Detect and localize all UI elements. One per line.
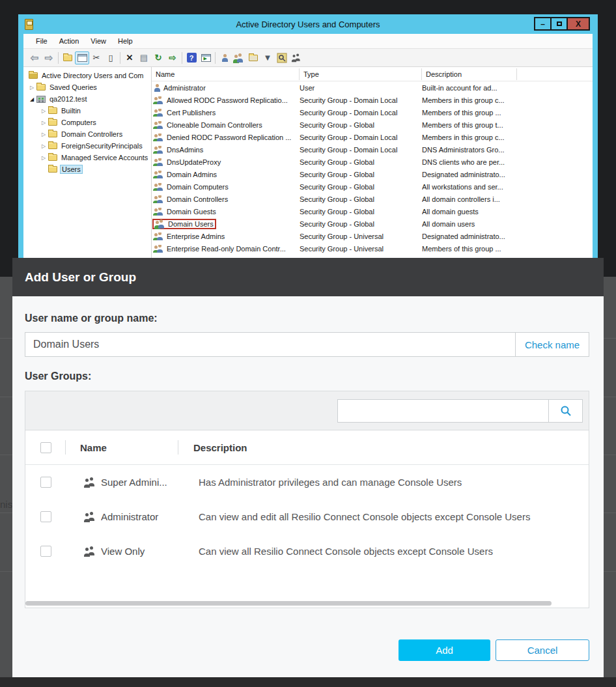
menu-help[interactable]: Help bbox=[112, 37, 139, 45]
tree-item-managed-service-accounts[interactable]: ▷ Managed Service Accounts bbox=[23, 152, 151, 163]
new-user-icon[interactable] bbox=[217, 51, 232, 64]
back-icon[interactable]: ⇦ bbox=[27, 51, 42, 64]
table-row[interactable]: Allowed RODC Password Replicatio... Secu… bbox=[152, 94, 593, 106]
group-glyph bbox=[292, 54, 301, 61]
tree-item-saved-queries[interactable]: ▷ Saved Queries bbox=[23, 81, 151, 93]
tree-item-builtin[interactable]: ▷ Builtin bbox=[23, 105, 151, 117]
group-icon bbox=[154, 183, 164, 191]
console-tree-pane: Active Directory Users and Com ▷ Saved Q… bbox=[23, 67, 152, 261]
select-all-checkbox[interactable] bbox=[40, 442, 51, 453]
folder-icon bbox=[48, 154, 57, 161]
expander-collapsed-icon[interactable]: ▷ bbox=[40, 155, 47, 161]
menu-action[interactable]: Action bbox=[53, 37, 85, 45]
expander-collapsed-icon[interactable]: ▷ bbox=[40, 132, 47, 137]
delete-icon[interactable]: ✕ bbox=[122, 51, 137, 64]
row-checkbox[interactable] bbox=[40, 546, 51, 557]
window-titlebar[interactable]: Active Directory Users and Computers – X bbox=[23, 14, 593, 34]
table-row[interactable]: Enterprise Read-only Domain Contr... Sec… bbox=[152, 242, 593, 255]
find-icon[interactable] bbox=[275, 51, 289, 64]
horizontal-scrollbar[interactable] bbox=[25, 601, 552, 606]
help-icon[interactable]: ? bbox=[184, 51, 199, 64]
column-header-description[interactable]: Description bbox=[422, 68, 517, 80]
cancel-button[interactable]: Cancel bbox=[496, 639, 589, 661]
expander-collapsed-icon[interactable]: ▷ bbox=[40, 108, 47, 114]
table-row[interactable]: Administrator User Built-in account for … bbox=[152, 81, 593, 94]
forward-icon[interactable]: ⇨ bbox=[42, 51, 56, 64]
expander-collapsed-icon[interactable]: ▷ bbox=[29, 85, 35, 91]
refresh-icon[interactable]: ↻ bbox=[151, 51, 165, 64]
export-list-icon[interactable]: ⇨ bbox=[165, 51, 180, 64]
list-header: Name Type Description bbox=[152, 67, 593, 81]
forward-arrow-glyph: ⇨ bbox=[45, 52, 53, 64]
view-pane-icon[interactable] bbox=[199, 51, 213, 64]
toolbar-separator bbox=[182, 52, 182, 64]
group-row-super-administrator[interactable]: Super Admini... Has Administrator privil… bbox=[25, 465, 589, 499]
table-row[interactable]: DnsUpdateProxy Security Group - Global D… bbox=[152, 156, 593, 168]
group-icon bbox=[154, 171, 164, 178]
tree-item-domain[interactable]: ◢ qa2012.test bbox=[23, 93, 151, 105]
up-one-level-icon[interactable] bbox=[61, 51, 75, 64]
refresh-glyph: ↻ bbox=[155, 53, 162, 63]
column-header-type[interactable]: Type bbox=[300, 68, 422, 80]
group-icon bbox=[85, 478, 96, 486]
search-button[interactable] bbox=[548, 400, 582, 422]
username-input-group: Check name bbox=[25, 332, 589, 357]
column-header-name[interactable]: Name bbox=[152, 68, 300, 80]
search-icon bbox=[559, 404, 572, 417]
table-row[interactable]: Enterprise Admins Security Group - Unive… bbox=[152, 230, 593, 242]
window-title: Active Directory Users and Computers bbox=[23, 20, 593, 29]
check-name-button[interactable]: Check name bbox=[515, 333, 589, 356]
tree-item-computers[interactable]: ▷ Computers bbox=[23, 117, 151, 128]
toolbar-separator bbox=[120, 52, 120, 64]
tree-item-root[interactable]: Active Directory Users and Com bbox=[23, 70, 151, 81]
username-input[interactable] bbox=[25, 333, 515, 356]
table-row[interactable]: Domain Controllers Security Group - Glob… bbox=[152, 193, 593, 205]
group-icon bbox=[154, 146, 164, 154]
tree-item-users[interactable]: Users bbox=[23, 163, 151, 175]
group-icon bbox=[154, 232, 164, 240]
expander-collapsed-icon[interactable]: ▷ bbox=[40, 143, 47, 149]
maximize-icon bbox=[557, 21, 562, 26]
toolbar-separator bbox=[58, 52, 59, 64]
folder-icon bbox=[48, 131, 57, 137]
maximize-button[interactable] bbox=[550, 17, 568, 31]
backdrop-bottom-strip bbox=[0, 677, 616, 687]
table-row[interactable]: Cloneable Domain Controllers Security Gr… bbox=[152, 119, 593, 131]
row-checkbox[interactable] bbox=[40, 477, 51, 488]
add-button[interactable]: Add bbox=[399, 639, 490, 661]
menu-bar: File Action View Help bbox=[23, 34, 593, 49]
tree-item-domain-controllers[interactable]: ▷ Domain Controllers bbox=[23, 128, 151, 140]
table-row[interactable]: Domain Computers Security Group - Global… bbox=[152, 180, 593, 193]
paste-icon[interactable]: ▯ bbox=[104, 51, 118, 64]
table-row[interactable]: Denied RODC Password Replication ... Sec… bbox=[152, 131, 593, 143]
cut-icon[interactable]: ✂ bbox=[89, 51, 104, 64]
group-row-administrator[interactable]: Administrator Can view and edit all Resi… bbox=[25, 499, 589, 534]
expander-expanded-icon[interactable]: ◢ bbox=[29, 96, 35, 102]
special-group-icon[interactable] bbox=[289, 51, 303, 64]
table-row[interactable]: Domain Guests Security Group - Global Al… bbox=[152, 205, 593, 217]
folder-glyph bbox=[249, 55, 258, 61]
folder-icon bbox=[48, 166, 57, 173]
expander-collapsed-icon[interactable]: ▷ bbox=[40, 120, 47, 126]
row-checkbox[interactable] bbox=[40, 511, 51, 522]
group-row-view-only[interactable]: View Only Can view all Resilio Connect C… bbox=[25, 534, 589, 568]
properties-icon[interactable]: ▤ bbox=[137, 51, 151, 64]
tree-item-foreign-security-principals[interactable]: ▷ ForeignSecurityPrincipals bbox=[23, 140, 151, 152]
table-row[interactable]: DnsAdmins Security Group - Domain Local … bbox=[152, 143, 593, 156]
toolbar-separator bbox=[215, 52, 216, 64]
table-row[interactable]: Domain Admins Security Group - Global De… bbox=[152, 168, 593, 180]
close-button[interactable]: X bbox=[567, 17, 590, 31]
table-row[interactable]: Cert Publishers Security Group - Domain … bbox=[152, 106, 593, 119]
table-row-domain-users[interactable]: Domain Users Security Group - Global All… bbox=[152, 217, 593, 230]
group-icon bbox=[155, 220, 165, 228]
filter-icon[interactable]: ▼ bbox=[260, 51, 275, 64]
menu-file[interactable]: File bbox=[30, 37, 53, 45]
show-console-tree-icon[interactable] bbox=[75, 51, 89, 64]
new-group-icon[interactable] bbox=[232, 51, 246, 64]
new-ou-icon[interactable] bbox=[246, 51, 260, 64]
search-input[interactable] bbox=[338, 400, 548, 422]
menu-view[interactable]: View bbox=[85, 37, 112, 45]
dialog-actions: Add Cancel bbox=[399, 639, 589, 661]
folder-icon bbox=[48, 119, 57, 126]
minimize-button[interactable]: – bbox=[534, 17, 552, 31]
